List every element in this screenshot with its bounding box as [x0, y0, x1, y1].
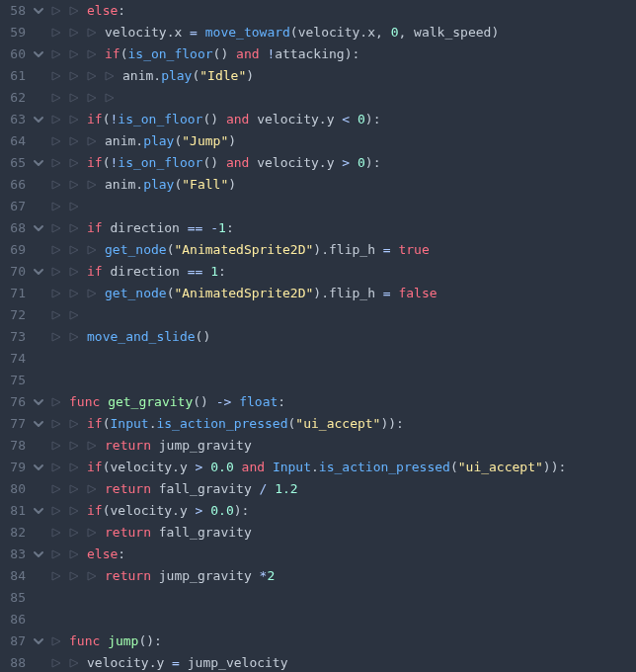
code-line[interactable]: 73move_and_slide() [0, 326, 636, 348]
code-line[interactable]: 85 [0, 587, 636, 609]
line-number: 58 [0, 0, 30, 22]
token-punc: . [172, 503, 180, 518]
fold-toggle-icon[interactable] [30, 5, 47, 17]
token-id: jump_gravity [151, 568, 260, 583]
fold-toggle-icon[interactable] [30, 418, 47, 430]
code-line[interactable]: 69get_node("AnimatedSprite2D").flip_h = … [0, 239, 636, 261]
fold-toggle-icon[interactable] [30, 157, 47, 169]
gutter: 83 [0, 544, 83, 565]
token-id [100, 633, 108, 648]
token-punc: , [375, 25, 383, 40]
code-content[interactable]: velocity.x = move_toward(velocity.x, 0, … [101, 22, 499, 43]
code-content[interactable]: return jump_gravity *2 [101, 565, 275, 587]
indent-guide-icon [65, 504, 83, 518]
token-id [375, 286, 383, 300]
token-id: velocity [110, 503, 172, 518]
code-line[interactable]: 77if(Input.is_action_pressed("ui_accept"… [0, 413, 636, 435]
code-line[interactable]: 80return fall_gravity / 1.2 [0, 478, 636, 500]
code-line[interactable]: 58else: [0, 0, 636, 22]
indent-guide-icon [65, 417, 83, 431]
gutter: 80 [0, 478, 101, 500]
token-fn: float [239, 394, 278, 409]
code-content[interactable]: return fall_gravity / 1.2 [101, 478, 298, 500]
code-content[interactable]: if(velocity.y > 0.0): [83, 500, 249, 522]
code-line[interactable]: 71get_node("AnimatedSprite2D").flip_h = … [0, 283, 636, 304]
token-fn: is_on_floor [118, 155, 202, 170]
code-content[interactable]: move_and_slide() [83, 326, 210, 348]
code-content[interactable]: if direction == -1: [83, 217, 234, 239]
indent-guide-icon [83, 178, 101, 192]
gutter: 75 [0, 370, 47, 391]
code-content[interactable]: func jump(): [65, 630, 162, 652]
code-line[interactable]: 65if(!is_on_floor() and velocity.y > 0): [0, 152, 636, 174]
indent-guide-icon [65, 178, 83, 192]
code-content[interactable]: anim.play("Jump") [101, 130, 236, 152]
code-line[interactable]: 82return fall_gravity [0, 522, 636, 544]
code-content[interactable]: velocity.y = jump_velocity [83, 652, 288, 672]
code-line[interactable]: 68if direction == -1: [0, 217, 636, 239]
code-line[interactable]: 78return jump_gravity [0, 435, 636, 457]
code-content[interactable]: if(!is_on_floor() and velocity.y > 0): [83, 152, 380, 174]
indent-guide-icon [83, 26, 101, 40]
code-content[interactable]: func get_gravity() -> float: [65, 391, 285, 413]
code-line[interactable]: 83else: [0, 544, 636, 565]
code-line[interactable]: 86 [0, 609, 636, 630]
code-line[interactable]: 79if(velocity.y > 0.0 and Input.is_actio… [0, 457, 636, 478]
indent-guide-icon [83, 91, 101, 105]
code-line[interactable]: 62 [0, 87, 636, 109]
token-kw: func [69, 394, 100, 409]
token-id [218, 155, 226, 170]
gutter: 60 [0, 43, 101, 65]
code-line[interactable]: 84return jump_gravity *2 [0, 565, 636, 587]
code-content[interactable]: else: [83, 544, 125, 565]
indent-guide-icon [83, 243, 101, 257]
code-line[interactable]: 66anim.play("Fall") [0, 174, 636, 196]
fold-toggle-icon[interactable] [30, 266, 47, 278]
fold-toggle-icon[interactable] [30, 396, 47, 408]
code-content[interactable]: get_node("AnimatedSprite2D").flip_h = fa… [101, 283, 437, 304]
fold-toggle-icon[interactable] [30, 462, 47, 473]
indent-guide-icon [65, 91, 83, 105]
token-punc: : [373, 112, 381, 126]
fold-toggle-icon[interactable] [30, 114, 47, 126]
code-line[interactable]: 60if(is_on_floor() and !attacking): [0, 43, 636, 65]
code-line[interactable]: 61anim.play("Idle") [0, 65, 636, 87]
code-content[interactable]: if(Input.is_action_pressed("ui_accept"))… [83, 413, 404, 435]
fold-toggle-icon[interactable] [30, 548, 47, 560]
gutter: 69 [0, 239, 101, 261]
code-line[interactable]: 76func get_gravity() -> float: [0, 391, 636, 413]
code-line[interactable]: 74 [0, 348, 636, 370]
code-line[interactable]: 63if(!is_on_floor() and velocity.y < 0): [0, 109, 636, 130]
token-punc: ) [202, 329, 210, 344]
code-content[interactable]: return jump_gravity [101, 435, 252, 457]
token-id [182, 25, 190, 40]
line-number: 88 [0, 652, 30, 672]
code-editor[interactable]: 58else:59velocity.x = move_toward(veloci… [0, 0, 636, 672]
code-line[interactable]: 87func jump(): [0, 630, 636, 652]
gutter: 74 [0, 348, 47, 370]
fold-toggle-icon[interactable] [30, 222, 47, 234]
code-line[interactable]: 70if direction == 1: [0, 261, 636, 283]
code-content[interactable]: anim.play("Fall") [101, 174, 236, 196]
code-line[interactable]: 88velocity.y = jump_velocity [0, 652, 636, 672]
token-punc: ) [200, 394, 208, 409]
code-content[interactable]: return fall_gravity [101, 522, 252, 544]
fold-toggle-icon[interactable] [30, 635, 47, 647]
code-content[interactable]: if(is_on_floor() and !attacking): [101, 43, 359, 65]
indent-guide-icon [101, 69, 119, 83]
fold-toggle-icon[interactable] [30, 48, 47, 60]
code-content[interactable]: get_node("AnimatedSprite2D").flip_h = tr… [101, 239, 430, 261]
indent-guide-icon [83, 287, 101, 300]
code-content[interactable]: if direction == 1: [83, 261, 226, 283]
code-line[interactable]: 67 [0, 196, 636, 217]
code-content[interactable]: if(!is_on_floor() and velocity.y < 0): [83, 109, 380, 130]
code-line[interactable]: 72 [0, 304, 636, 326]
code-content[interactable]: else: [83, 0, 125, 22]
code-line[interactable]: 75 [0, 370, 636, 391]
code-line[interactable]: 59velocity.x = move_toward(velocity.x, 0… [0, 22, 636, 43]
code-line[interactable]: 64anim.play("Jump") [0, 130, 636, 152]
code-line[interactable]: 81if(velocity.y > 0.0): [0, 500, 636, 522]
code-content[interactable]: if(velocity.y > 0.0 and Input.is_action_… [83, 457, 566, 478]
code-content[interactable]: anim.play("Idle") [119, 65, 254, 87]
fold-toggle-icon[interactable] [30, 505, 47, 517]
